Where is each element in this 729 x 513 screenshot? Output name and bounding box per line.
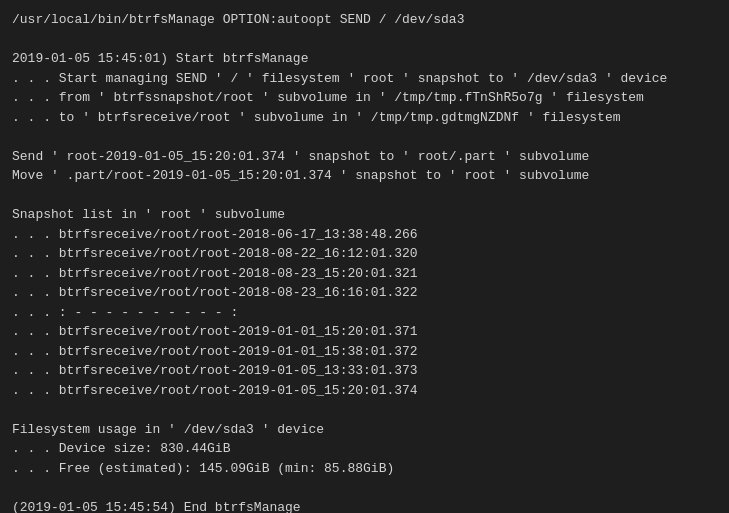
terminal-output: /usr/local/bin/btrfsManage OPTION:autoop…: [12, 10, 717, 513]
